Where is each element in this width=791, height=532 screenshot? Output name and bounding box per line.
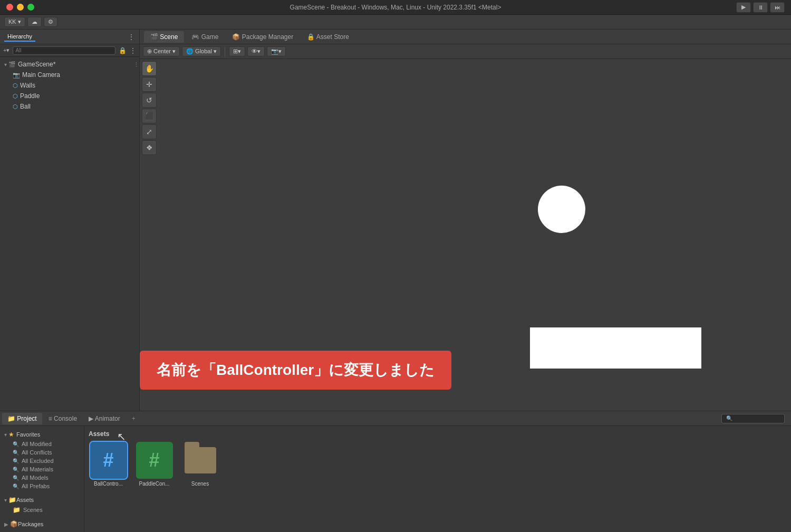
- visibility-toggle[interactable]: 👁▾: [247, 46, 265, 56]
- bottom-tabs-wrapper: 📁 Project ≡ Console ▶ Animator +: [0, 411, 791, 426]
- paddlecontroller-hash-icon: #: [149, 449, 159, 471]
- global-icon: 🌐: [186, 48, 194, 55]
- sidebar-all-models[interactable]: 🔍 All Models: [0, 473, 84, 482]
- bottom-section: 📁 Project ≡ Console ▶ Animator +: [0, 411, 791, 532]
- favorites-section: ▾ ★ Favorites 🔍 All Modified 🔍 All Confl…: [0, 429, 84, 490]
- asset-scenes-folder[interactable]: Scenes: [180, 442, 220, 487]
- add-tab-button[interactable]: +: [127, 413, 141, 424]
- assets-section: ▾ 📁 Assets 📁 Scenes: [0, 495, 84, 515]
- console-tab[interactable]: ≡ Console: [43, 413, 82, 424]
- account-group: KK ▾ ☁ ⚙: [4, 17, 57, 27]
- search-icon-1: 🔍: [13, 441, 19, 447]
- close-button[interactable]: [6, 4, 13, 11]
- cloud-button[interactable]: ☁: [27, 17, 42, 27]
- paddlecontroller-icon-wrapper[interactable]: #: [136, 442, 173, 479]
- all-excluded-label: All Excluded: [22, 458, 54, 464]
- sidebar-scenes[interactable]: 📁 Scenes: [0, 505, 84, 515]
- all-conflicts-label: All Conflicts: [22, 449, 52, 456]
- favorites-arrow-icon: ▾: [4, 432, 7, 438]
- all-materials-label: All Materials: [22, 466, 53, 472]
- camera-toggle[interactable]: 📷▾: [267, 46, 286, 56]
- hierarchy-add-button[interactable]: +▾: [3, 47, 9, 54]
- rect-tool-button[interactable]: ⤢: [142, 124, 157, 139]
- scene-tab-label: Scene: [160, 33, 178, 41]
- sidebar-all-materials[interactable]: 🔍 All Materials: [0, 465, 84, 473]
- scenes-folder-icon-wrapper[interactable]: [182, 442, 219, 479]
- hierarchy-panel: Hierarchy ⋮ +▾ 🔒 ⋮ ▾ 🎬 GameScene* ⋮: [0, 30, 140, 411]
- center-icon: ⊕: [147, 48, 152, 55]
- top-toolbar: KK ▾ ☁ ⚙: [0, 15, 791, 30]
- sidebar-all-excluded[interactable]: 🔍 All Excluded: [0, 457, 84, 465]
- scenes-folder-label: Scenes: [191, 481, 209, 487]
- scene-tab-package-manager[interactable]: 📦 Package Manager: [226, 31, 300, 43]
- step-button[interactable]: ⏭: [770, 2, 785, 13]
- animator-tab-icon: ▶: [89, 415, 93, 422]
- animator-tab[interactable]: ▶ Animator: [83, 413, 126, 424]
- sidebar-all-conflicts[interactable]: 🔍 All Conflicts: [0, 448, 84, 457]
- play-controls: ▶ ⏸ ⏭: [736, 2, 785, 13]
- hierarchy-item-maincamera[interactable]: 📷 Main Camera: [0, 70, 139, 80]
- favorites-header[interactable]: ▾ ★ Favorites: [0, 429, 84, 440]
- hierarchy-search-input[interactable]: [13, 46, 115, 55]
- center-dropdown[interactable]: ⊕ Center ▾: [143, 46, 180, 56]
- play-button[interactable]: ▶: [736, 2, 751, 13]
- hierarchy-tab[interactable]: Hierarchy: [4, 32, 35, 42]
- assets-section-header[interactable]: ▾ 📁 Assets: [0, 495, 84, 505]
- scene-tab-game[interactable]: 🎮 Game: [185, 31, 225, 43]
- packages-header[interactable]: ▶ 📦 Packages: [0, 519, 84, 529]
- sidebar-all-prefabs[interactable]: 🔍 All Prefabs: [0, 482, 84, 490]
- global-dropdown[interactable]: 🌐 Global ▾: [182, 46, 221, 56]
- package-manager-tab-icon: 📦: [232, 33, 240, 41]
- asset-store-tab-icon: 🔒: [307, 33, 315, 41]
- hierarchy-item-ball[interactable]: ⬡ Ball: [0, 101, 139, 112]
- settings-button[interactable]: ⚙: [44, 17, 57, 27]
- scene-tab-scene[interactable]: 🎬 Scene: [144, 31, 184, 43]
- scale-tool-button[interactable]: ⬛: [142, 109, 157, 123]
- hand-tool-button[interactable]: ✋: [142, 61, 157, 76]
- console-tab-label: Console: [54, 415, 77, 422]
- search-icon-3: 🔍: [13, 458, 19, 464]
- hierarchy-more-icon[interactable]: ⋮: [130, 47, 136, 54]
- hierarchy-item-walls[interactable]: ⬡ Walls: [0, 80, 139, 91]
- hierarchy-item-paddle[interactable]: ⬡ Paddle: [0, 91, 139, 101]
- package-manager-tab-label: Package Manager: [242, 33, 293, 41]
- assets-search-input[interactable]: [721, 414, 785, 423]
- search-icon-5: 🔍: [13, 475, 19, 481]
- hierarchy-item-gamescene[interactable]: ▾ 🎬 GameScene* ⋮: [0, 59, 139, 70]
- grid-toggle[interactable]: ⊞▾: [229, 46, 245, 56]
- account-button[interactable]: KK ▾: [4, 17, 25, 27]
- annotation-text: 名前を「BallController」に変更しました: [157, 362, 435, 378]
- packages-section: ▶ 📦 Packages: [0, 519, 84, 529]
- paddle-icon: ⬡: [13, 93, 18, 100]
- ball-label: Ball: [20, 103, 31, 110]
- hierarchy-lock-icon[interactable]: 🔒: [119, 47, 127, 54]
- search-icon-4: 🔍: [13, 467, 19, 472]
- scene-toolbar: ⊕ Center ▾ 🌐 Global ▾ ⊞▾ 👁▾ 📷▾: [140, 44, 791, 59]
- hierarchy-toolbar: +▾ 🔒 ⋮: [0, 44, 139, 57]
- move-tool-button[interactable]: ✛: [142, 77, 157, 92]
- ballcontroller-icon-wrapper[interactable]: #: [90, 442, 127, 479]
- scene-view[interactable]: ✋ ✛ ↺ ⬛ ⤢ ❖ 名前を「BallController」に変更しました: [140, 59, 791, 411]
- gamescene-label: GameScene*: [18, 61, 55, 68]
- search-icon-6: 🔍: [13, 483, 19, 489]
- scenes-folder-icon: 📁: [13, 506, 21, 514]
- sidebar-all-modified[interactable]: 🔍 All Modified: [0, 440, 84, 448]
- scenes-label: Scenes: [23, 507, 43, 513]
- camera-icon: 📷: [13, 72, 20, 79]
- scene-tab-asset-store[interactable]: 🔒 Asset Store: [301, 31, 355, 43]
- minimize-button[interactable]: [17, 4, 24, 11]
- transform-tool-button[interactable]: ❖: [142, 140, 157, 155]
- global-label: Global ▾: [195, 48, 217, 55]
- project-tab[interactable]: 📁 Project: [2, 413, 42, 424]
- gamescene-more-icon[interactable]: ⋮: [133, 61, 139, 68]
- walls-label: Walls: [20, 82, 35, 89]
- favorites-star-icon: ★: [8, 431, 14, 438]
- rotate-tool-button[interactable]: ↺: [142, 93, 157, 108]
- pause-button[interactable]: ⏸: [753, 2, 768, 13]
- scene-tools: ✋ ✛ ↺ ⬛ ⤢ ❖: [142, 61, 157, 155]
- maximize-button[interactable]: [27, 4, 34, 11]
- asset-ballcontroller[interactable]: # BallContro...: [89, 442, 128, 487]
- hierarchy-menu-icon[interactable]: ⋮: [128, 33, 135, 41]
- center-label: Center ▾: [153, 48, 176, 55]
- asset-paddlecontroller[interactable]: # PaddleCon...: [134, 442, 174, 487]
